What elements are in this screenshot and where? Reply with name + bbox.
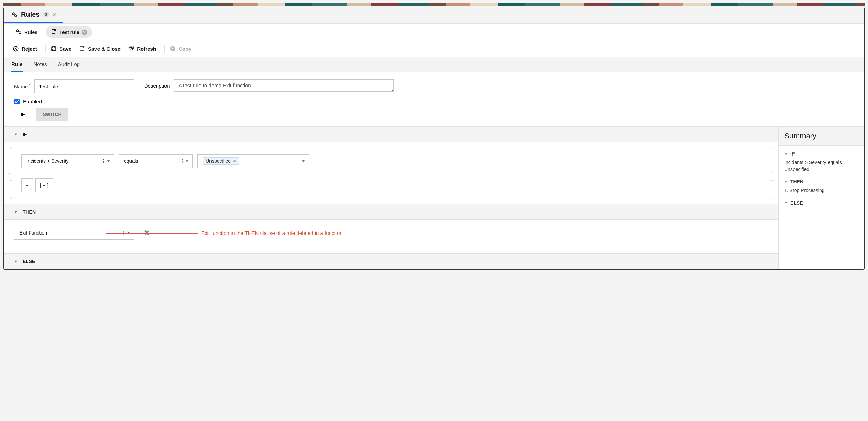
if-section-header[interactable]: ▼ IF — [4, 126, 778, 142]
secondary-tabs: Rule Notes Audit Log — [4, 57, 864, 72]
operator-dropdown[interactable]: equals ▼ — [119, 154, 193, 168]
summary-then-header[interactable]: ▼ THEN — [784, 179, 859, 184]
value-dropdown[interactable]: Unspecified ✕ ▼ — [197, 154, 309, 168]
tab-rules[interactable]: Rules — [11, 26, 42, 38]
save-close-label: Save & Close — [88, 46, 121, 52]
save-button[interactable]: Save — [48, 44, 77, 54]
title-bar: Rules 2 ✕ — [4, 7, 63, 23]
tab-notes[interactable]: Notes — [33, 57, 48, 72]
summary-if-body: Incidents > Severity equals Unspecified — [784, 159, 859, 173]
field-value: Incidents > Severity — [26, 158, 69, 164]
annotation-text: Exit function in the THEN clause of a ru… — [201, 230, 343, 236]
condition-card: ‹ › Incidents > Severity ▼ equals — [10, 147, 772, 199]
svg-point-5 — [54, 29, 56, 31]
chevron-down-icon: ▼ — [784, 201, 788, 205]
summary-else-header[interactable]: ▼ ELSE — [784, 200, 859, 206]
remove-tag-icon[interactable]: ✕ — [233, 159, 236, 163]
chevron-down-icon: ▼ — [14, 259, 18, 263]
add-group-button[interactable]: [ + ] — [35, 178, 53, 192]
name-input[interactable] — [34, 79, 134, 93]
separator — [164, 45, 165, 53]
chevron-down-icon: ▼ — [107, 159, 110, 163]
then-row: Exit Function ▼ ✖ Exit function in the T… — [4, 220, 778, 253]
summary-else-label: ELSE — [790, 200, 803, 206]
page-title: Rules — [21, 11, 39, 19]
decorative-border — [3, 3, 865, 6]
form-area: Name Description Enabled — [4, 72, 864, 108]
svg-rect-12 — [171, 47, 174, 50]
refresh-label: Refresh — [137, 46, 156, 52]
if-mode-button[interactable]: IF — [14, 108, 31, 121]
svg-point-2 — [16, 30, 19, 32]
enabled-label: Enabled — [23, 99, 42, 104]
refresh-button[interactable]: Refresh — [126, 44, 162, 54]
chevron-down-icon: ▼ — [14, 132, 18, 136]
summary-if-label: IF — [790, 151, 795, 157]
then-section-header[interactable]: ▼ THEN — [4, 204, 778, 220]
operator-value: equals — [124, 158, 138, 164]
value-tag: Unspecified ✕ — [203, 157, 239, 165]
else-header-label: ELSE — [23, 259, 35, 264]
save-label: Save — [59, 46, 71, 52]
svg-rect-8 — [53, 47, 55, 48]
rule-builder: ▼ IF ‹ › Incidents > Severity ▼ equals — [4, 126, 864, 269]
summary-then-label: THEN — [790, 179, 803, 184]
tab-close-icon[interactable]: ✕ — [82, 30, 87, 35]
copy-label: Copy — [179, 46, 192, 52]
switch-mode-button[interactable]: SWITCH — [36, 108, 68, 121]
kebab-icon[interactable] — [103, 159, 104, 163]
summary-if-header[interactable]: ▼ IF — [784, 151, 859, 157]
then-header-label: THEN — [23, 209, 36, 215]
builder-main: ▼ IF ‹ › Incidents > Severity ▼ equals — [4, 126, 778, 269]
description-input[interactable] — [174, 79, 394, 92]
expand-left-handle[interactable]: ‹ — [7, 166, 12, 181]
chevron-down-icon: ▼ — [784, 152, 788, 156]
if-header-label: IF — [23, 132, 27, 137]
annotation-line — [106, 233, 198, 234]
tab-test-rule[interactable]: Test rule ✕ — [46, 26, 92, 38]
annotation: Exit function in the THEN clause of a ru… — [150, 230, 768, 236]
document-icon — [50, 29, 57, 36]
expand-right-handle[interactable]: › — [770, 166, 775, 181]
tab-audit-log[interactable]: Audit Log — [57, 57, 80, 72]
svg-rect-11 — [172, 48, 175, 51]
svg-rect-9 — [52, 49, 55, 51]
then-action-value: Exit Function — [19, 230, 47, 236]
mode-buttons: IF SWITCH — [4, 108, 864, 126]
rules-app-icon — [11, 11, 18, 19]
chevron-down-icon: ▼ — [302, 159, 305, 163]
value-tag-text: Unspecified — [206, 158, 231, 164]
name-label: Name — [14, 83, 30, 89]
field-dropdown[interactable]: Incidents > Severity ▼ — [21, 154, 114, 168]
chevron-down-icon: ▼ — [14, 210, 18, 214]
tab-rule[interactable]: Rule — [11, 57, 23, 72]
save-close-button[interactable]: Save & Close — [77, 44, 126, 54]
reject-button[interactable]: Reject — [11, 44, 43, 54]
svg-point-0 — [12, 13, 14, 15]
add-condition-button[interactable]: + — [21, 178, 33, 192]
copy-button: Copy — [168, 44, 197, 54]
tab-test-rule-label: Test rule — [59, 30, 79, 35]
reject-label: Reject — [22, 46, 37, 52]
else-section-header[interactable]: ▼ ELSE — [4, 253, 778, 269]
summary-then-body: 1. Stop Processing — [784, 187, 859, 194]
chevron-down-icon: ▼ — [185, 159, 189, 163]
action-bar: Reject Save Save & Close Refresh Copy — [4, 41, 864, 57]
summary-panel: Summary ▼ IF Incidents > Severity equals… — [778, 126, 864, 269]
rules-icon — [15, 29, 22, 36]
close-icon[interactable]: ✕ — [52, 12, 56, 18]
description-label: Description — [144, 83, 170, 89]
chevron-down-icon: ▼ — [784, 180, 788, 184]
app-frame: Rules 2 ✕ Rules Test rule ✕ Reject — [3, 7, 865, 270]
title-bar-wrapper: Rules 2 ✕ — [4, 7, 864, 23]
sub-tabs: Rules Test rule ✕ — [4, 23, 864, 41]
kebab-icon[interactable] — [182, 159, 183, 163]
count-badge: 2 — [43, 12, 49, 17]
separator — [45, 45, 46, 53]
summary-title: Summary — [779, 126, 864, 146]
enabled-checkbox[interactable] — [14, 99, 20, 104]
tab-rules-label: Rules — [24, 30, 37, 35]
